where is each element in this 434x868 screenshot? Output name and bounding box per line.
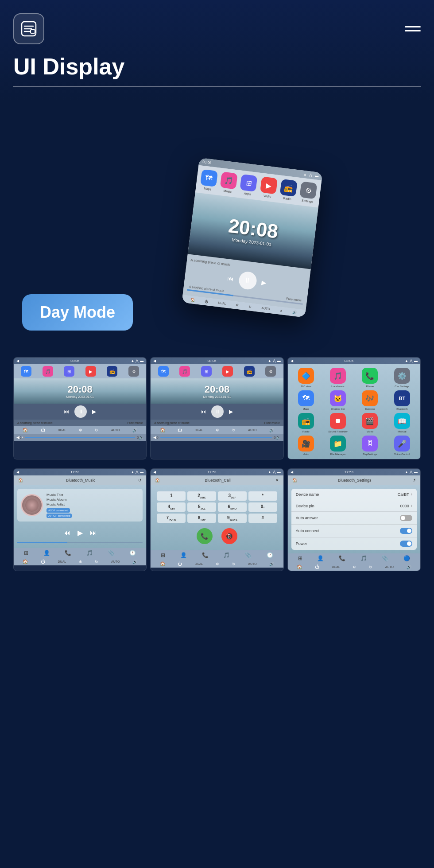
keypad-5[interactable]: 5JKL bbox=[187, 502, 216, 512]
refresh-nav-icon[interactable]: ↺ bbox=[279, 308, 283, 313]
nav-clock-icon[interactable]: 🕐 bbox=[129, 550, 136, 556]
screen1-prev-icon[interactable]: ⏮ bbox=[64, 409, 69, 415]
bt-call-nav-phone[interactable]: 📞 bbox=[202, 552, 209, 558]
bt-set-nav-person[interactable]: 👤 bbox=[317, 555, 324, 561]
bt-call-nav-person[interactable]: 👤 bbox=[180, 552, 187, 558]
app-video[interactable]: 🎬 Video bbox=[355, 413, 384, 433]
bt-set-nav-music[interactable]: 🎵 bbox=[360, 555, 367, 561]
bt-play-icon[interactable]: ▶ bbox=[78, 529, 83, 537]
screen1-back-btn[interactable]: ◀ bbox=[16, 435, 19, 440]
bt-set-nav-grid[interactable]: ⊞ bbox=[298, 555, 302, 561]
screen2-apps-icon[interactable]: ⊞ bbox=[201, 366, 212, 377]
bt-prev-icon[interactable]: ⏮ bbox=[63, 529, 70, 537]
app-bluetooth-icon[interactable]: BT bbox=[394, 390, 410, 406]
radio-icon-btn[interactable]: 📻 bbox=[280, 179, 298, 196]
screen1-video-icon[interactable]: ▶ bbox=[85, 366, 96, 377]
screen1-loop-icon[interactable]: ↻ bbox=[95, 428, 98, 432]
keypad-hash[interactable]: # bbox=[248, 514, 277, 523]
app-carsettings[interactable]: ⚙️ Car Settings bbox=[388, 368, 417, 388]
screen2-loop-icon[interactable]: ↻ bbox=[232, 428, 236, 432]
screen2-maps-icon[interactable]: 🗺 bbox=[158, 366, 169, 377]
keypad-4[interactable]: 4GHI bbox=[157, 502, 186, 512]
bt-call-nav-clip[interactable]: 📎 bbox=[245, 552, 252, 558]
screen2-radio-icon[interactable]: 📻 bbox=[244, 366, 255, 377]
keypad-star[interactable]: * bbox=[248, 491, 277, 501]
screen2-music-icon[interactable]: 🎵 bbox=[179, 366, 190, 377]
keypad-1[interactable]: 1 bbox=[157, 491, 186, 501]
apps-icon-btn[interactable]: ⊞ bbox=[240, 174, 258, 191]
screen1-speaker-icon[interactable]: 🔈 bbox=[139, 435, 143, 440]
app-radio[interactable]: 📻 Radio bbox=[291, 413, 321, 433]
app-avin-icon[interactable]: 🎥 bbox=[298, 436, 314, 452]
radio-app-icon[interactable]: 📻 Radio bbox=[279, 179, 297, 201]
maps-icon-btn[interactable]: 🗺 bbox=[200, 169, 218, 187]
auto-connect-setting[interactable]: Auto connect bbox=[291, 525, 417, 537]
accept-call-button[interactable]: 📞 bbox=[197, 528, 213, 544]
btset-snow-icon[interactable]: ❄ bbox=[353, 565, 356, 569]
app-avin[interactable]: 🎥 Avin bbox=[291, 436, 321, 455]
auto-connect-toggle[interactable] bbox=[400, 528, 412, 534]
ac-nav-icon[interactable]: ❄ bbox=[236, 303, 239, 307]
screen2-video-icon[interactable]: ▶ bbox=[222, 366, 233, 377]
bt-set-nav-settings[interactable]: 🔵 bbox=[403, 555, 410, 561]
bt-call-home-icon[interactable]: 🏠 bbox=[155, 478, 160, 483]
maps-app-icon[interactable]: 🗺 Maps bbox=[199, 169, 217, 191]
screen1-music-icon[interactable]: 🎵 bbox=[43, 366, 53, 377]
bt-next-icon[interactable]: ⏭ bbox=[90, 529, 97, 537]
app-phone-icon[interactable]: 📞 bbox=[362, 368, 378, 384]
dual-nav-label[interactable]: DUAL bbox=[218, 301, 227, 306]
screen1-slider[interactable] bbox=[25, 437, 135, 438]
app-dspsettings[interactable]: 🎛 DspSettings bbox=[355, 436, 384, 455]
auto-answer-toggle[interactable] bbox=[400, 515, 412, 521]
device-pin-setting[interactable]: Device pin 0000 › bbox=[291, 500, 417, 512]
app-manual-icon[interactable]: 📖 bbox=[394, 413, 410, 429]
bt-set-nav-phone[interactable]: 📞 bbox=[339, 555, 345, 561]
screen2-power-icon[interactable]: ⏻ bbox=[178, 428, 182, 432]
music-icon-btn[interactable]: 🎵 bbox=[220, 171, 238, 189]
screen1-maps-icon[interactable]: 🗺 bbox=[21, 366, 31, 377]
power-nav-icon[interactable]: ⏻ bbox=[205, 299, 209, 304]
btcall-snow-icon[interactable]: ❄ bbox=[216, 562, 219, 566]
app-maps-icon[interactable]: 🗺 bbox=[298, 390, 314, 406]
btcall-power-icon[interactable]: ⏻ bbox=[178, 561, 182, 566]
auto-answer-setting[interactable]: Auto answer bbox=[291, 512, 417, 525]
screen1-radio-icon[interactable]: 📻 bbox=[107, 366, 117, 377]
screen2-back-btn[interactable]: ◀ bbox=[153, 435, 156, 440]
bt-set-nav-clip[interactable]: 📎 bbox=[382, 555, 388, 561]
screen3-back-icon[interactable]: ◀ bbox=[291, 359, 293, 363]
screen1-home-icon[interactable]: 🏠 bbox=[23, 428, 28, 432]
app-localmusic[interactable]: 🎵 Localmusic bbox=[323, 368, 353, 388]
app-voicecontrol-icon[interactable]: 🎤 bbox=[394, 436, 410, 452]
bt-settings-home-icon[interactable]: 🏠 bbox=[292, 478, 297, 483]
btset-home-icon[interactable]: 🏠 bbox=[297, 564, 302, 569]
app-originalcar-icon[interactable]: 🐱 bbox=[330, 390, 346, 406]
screen1-settings-icon[interactable]: ⚙ bbox=[128, 366, 139, 377]
screen1-vol-icon[interactable]: 🔊 bbox=[132, 428, 137, 432]
device-name-chevron[interactable]: › bbox=[411, 492, 412, 497]
screen1-play-btn[interactable]: ⏸ bbox=[74, 405, 87, 418]
nav-phone-icon[interactable]: 📞 bbox=[65, 550, 71, 556]
screen2-back-icon[interactable]: ◀ bbox=[153, 359, 156, 363]
screen2-slider[interactable] bbox=[160, 437, 272, 438]
video-icon-btn[interactable]: ▶ bbox=[260, 176, 278, 194]
keypad-zero-dash[interactable]: 0- bbox=[248, 502, 277, 512]
auto-nav-label[interactable]: AUTO bbox=[261, 306, 270, 311]
bt-call-back-icon[interactable]: ◀ bbox=[153, 470, 156, 474]
volume-nav-icon[interactable]: 🔊 bbox=[292, 310, 297, 315]
app-filemanager[interactable]: 📁 File Manager bbox=[323, 436, 353, 455]
btset-loop-icon[interactable]: ↻ bbox=[369, 565, 372, 569]
prev-track-icon[interactable]: ⏮ bbox=[227, 274, 234, 282]
logo-icon[interactable] bbox=[13, 13, 44, 44]
screen2-settings-icon[interactable]: ⚙ bbox=[265, 366, 276, 377]
btcall-vol-icon[interactable]: 🔊 bbox=[269, 562, 274, 566]
bt-call-nav-grid[interactable]: ⊞ bbox=[161, 552, 165, 558]
btset-vol-icon[interactable]: 🔊 bbox=[407, 565, 411, 569]
bt-call-nav-clock[interactable]: 🕐 bbox=[267, 552, 273, 558]
app-soundrecorder-icon[interactable]: ⏺ bbox=[330, 413, 346, 429]
settings-icon-btn[interactable]: ⚙ bbox=[300, 181, 318, 199]
keypad-9[interactable]: 9WXYZ bbox=[218, 514, 247, 523]
app-bluetooth[interactable]: BT Bluetooth bbox=[388, 390, 417, 410]
app-soundrecorder[interactable]: ⏺ Sound Recorder bbox=[323, 413, 353, 433]
app-kuwooo[interactable]: 🎶 Kuwooo bbox=[355, 390, 384, 410]
app-phone[interactable]: 📞 Phone bbox=[355, 368, 384, 388]
